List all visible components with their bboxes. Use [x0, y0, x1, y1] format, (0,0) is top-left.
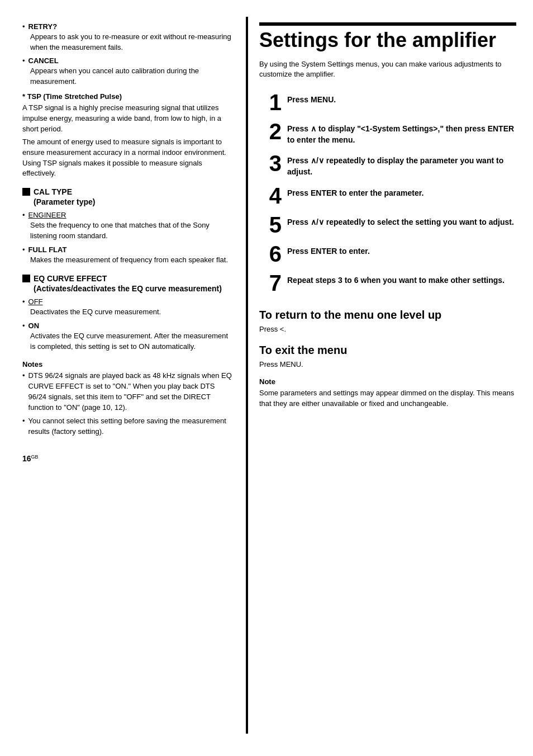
right-column: Settings for the amplifier By using the … — [246, 17, 533, 734]
bullet-dot-cancel: • — [22, 56, 25, 65]
retry-label: RETRY? — [28, 22, 58, 31]
step-text-3: Press ∧/∨ repeatedly to display the para… — [287, 152, 516, 177]
note-text: Some parameters and settings may appear … — [259, 388, 516, 409]
full-flat-item: • FULL FLAT Makes the measurement of fre… — [22, 245, 235, 266]
tsp-para2: The amount of energy used to measure sig… — [22, 137, 235, 179]
step-text-5: Press ∧/∨ repeatedly to select the setti… — [287, 214, 516, 228]
notes-section: Notes • DTS 96/24 signals are played bac… — [22, 360, 235, 437]
bullet-dot-retry: • — [22, 22, 25, 31]
page-suffix: GB — [31, 455, 39, 460]
step-number-3: 3 — [259, 152, 282, 174]
page-num-bold: 16 — [22, 454, 31, 463]
engineer-label: ENGINEER — [28, 211, 66, 219]
left-column: • RETRY? Appears to ask you to re-measur… — [0, 17, 246, 734]
off-item: • OFF Deactivates the EQ curve measureme… — [22, 297, 235, 318]
cancel-label: CANCEL — [28, 56, 59, 65]
cal-type-title: CAL TYPE (Parameter type) — [34, 187, 96, 207]
step-number-1: 1 — [259, 91, 282, 114]
note-section: Note Some parameters and settings may ap… — [259, 377, 516, 409]
return-section: To return to the menu one level up Press… — [259, 308, 516, 335]
bullet-dot-off: • — [22, 297, 25, 306]
note-item-2: • You cannot select this setting before … — [22, 416, 235, 437]
tsp-section: * TSP (Time Stretched Pulse) A TSP signa… — [22, 92, 235, 179]
page-number: 16GB — [22, 454, 235, 463]
step-number-4: 4 — [259, 185, 282, 207]
cal-type-section: CAL TYPE (Parameter type) • ENGINEER Set… — [22, 187, 235, 266]
page: • RETRY? Appears to ask you to re-measur… — [0, 0, 533, 756]
engineer-desc: Sets the frequency to one that matches t… — [30, 220, 235, 242]
top-bar-decoration — [259, 22, 516, 26]
tsp-para1: A TSP signal is a highly precise measuri… — [22, 103, 235, 135]
step-3: 3 Press ∧/∨ repeatedly to display the pa… — [259, 152, 516, 177]
step-text-2: Press ∧ to display "<1-System Settings>,… — [287, 120, 516, 145]
step-number-7: 7 — [259, 272, 282, 294]
step-text-1: Press MENU. — [287, 91, 516, 106]
on-label: ON — [28, 322, 40, 330]
exit-desc: Press MENU. — [259, 360, 516, 370]
cancel-desc: Appears when you cancel auto calibration… — [30, 66, 235, 87]
cancel-item: • CANCEL Appears when you cancel auto ca… — [22, 56, 235, 87]
step-number-6: 6 — [259, 243, 282, 265]
note-text-2: You cannot select this setting before sa… — [28, 416, 235, 437]
engineer-item: • ENGINEER Sets the frequency to one tha… — [22, 211, 235, 242]
cal-type-subtitle: (Parameter type) — [34, 197, 96, 206]
full-flat-label: FULL FLAT — [28, 245, 67, 254]
retry-desc: Appears to ask you to re-measure or exit… — [30, 32, 235, 53]
eq-curve-subtitle: (Activates/deactivates the EQ curve meas… — [34, 284, 222, 293]
note-text-1: DTS 96/24 signals are played back as 48 … — [28, 371, 235, 413]
exit-title: To exit the menu — [259, 343, 516, 357]
return-desc: Press <. — [259, 324, 516, 335]
eq-curve-section: EQ CURVE EFFECT (Activates/deactivates t… — [22, 273, 235, 352]
off-label: OFF — [28, 297, 43, 306]
eq-curve-title: EQ CURVE EFFECT (Activates/deactivates t… — [34, 273, 222, 294]
full-flat-desc: Makes the measurement of frequency from … — [30, 255, 235, 266]
cal-type-square-icon — [22, 188, 30, 196]
retry-item: • RETRY? Appears to ask you to re-measur… — [22, 22, 235, 53]
eq-curve-header: EQ CURVE EFFECT (Activates/deactivates t… — [22, 273, 235, 294]
tsp-title: * TSP (Time Stretched Pulse) — [22, 92, 235, 101]
step-1: 1 Press MENU. — [259, 91, 516, 114]
notes-title: Notes — [22, 360, 235, 368]
note-item-1: • DTS 96/24 signals are played back as 4… — [22, 371, 235, 413]
bullet-dot-on: • — [22, 322, 25, 330]
cal-type-header: CAL TYPE (Parameter type) — [22, 187, 235, 207]
on-item: • ON Activates the EQ curve measurement.… — [22, 322, 235, 352]
eq-curve-main-title: EQ CURVE EFFECT — [34, 274, 107, 283]
note-title: Note — [259, 377, 516, 386]
step-number-2: 2 — [259, 120, 282, 143]
step-text-7: Repeat steps 3 to 6 when you want to mak… — [287, 272, 516, 286]
step-2: 2 Press ∧ to display "<1-System Settings… — [259, 120, 516, 145]
notes-list: • DTS 96/24 signals are played back as 4… — [22, 371, 235, 437]
off-desc: Deactivates the EQ curve measurement. — [30, 307, 235, 318]
step-7: 7 Repeat steps 3 to 6 when you want to m… — [259, 272, 516, 294]
step-6: 6 Press ENTER to enter. — [259, 243, 516, 265]
step-4: 4 Press ENTER to enter the parameter. — [259, 185, 516, 207]
step-5: 5 Press ∧/∨ repeatedly to select the set… — [259, 214, 516, 236]
on-desc: Activates the EQ curve measurement. Afte… — [30, 331, 235, 352]
step-number-5: 5 — [259, 214, 282, 236]
step-text-4: Press ENTER to enter the parameter. — [287, 185, 516, 199]
step-text-6: Press ENTER to enter. — [287, 243, 516, 257]
bullet-dot-fullflat: • — [22, 245, 25, 254]
cal-type-main-title: CAL TYPE — [34, 187, 72, 196]
page-title: Settings for the amplifier — [259, 29, 516, 51]
exit-section: To exit the menu Press MENU. — [259, 343, 516, 370]
eq-curve-square-icon — [22, 275, 30, 282]
note-dot-1: • — [22, 371, 25, 381]
intro-text: By using the System Settings menus, you … — [259, 59, 516, 81]
bullet-dot-engineer: • — [22, 211, 25, 219]
return-title: To return to the menu one level up — [259, 308, 516, 322]
note-dot-2: • — [22, 416, 25, 427]
